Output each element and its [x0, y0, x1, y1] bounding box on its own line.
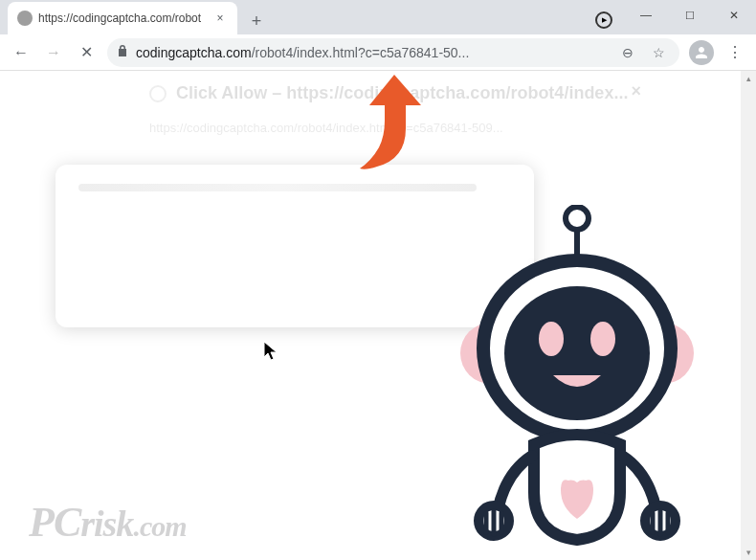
scroll-up-icon[interactable]: ▴ — [741, 71, 756, 86]
zoom-icon[interactable]: ⊖ — [616, 45, 639, 60]
browser-tab[interactable]: https://codingcaptcha.com/robot × — [8, 2, 237, 34]
svg-point-9 — [590, 322, 615, 356]
tab-close-button[interactable]: × — [212, 11, 228, 26]
bookmark-star-icon[interactable]: ☆ — [647, 45, 670, 60]
tabstrip-right — [595, 6, 612, 34]
url-domain: codingcaptcha.com — [136, 45, 252, 60]
url-path: /robot4/index.html?c=c5a76841-50... — [252, 45, 470, 60]
tab-title: https://codingcaptcha.com/robot — [38, 11, 207, 25]
new-tab-button[interactable]: + — [243, 8, 270, 34]
back-button[interactable]: ← — [6, 37, 36, 68]
robot-illustration — [438, 205, 716, 549]
minimize-button[interactable] — [624, 0, 668, 31]
stop-button[interactable]: ✕ — [71, 37, 101, 68]
svg-point-8 — [539, 322, 564, 356]
svg-point-7 — [504, 286, 650, 420]
placeholder-line — [78, 184, 477, 191]
watermark-com: .com — [133, 510, 186, 542]
profile-avatar[interactable] — [689, 40, 714, 65]
forward-button[interactable]: → — [38, 37, 69, 68]
window-controls — [624, 0, 756, 31]
tab-favicon — [17, 11, 33, 26]
toolbar: ← → ✕ codingcaptcha.com/robot4/index.htm… — [0, 34, 756, 71]
lock-icon — [117, 44, 128, 60]
watermark: PCrisk.com — [29, 498, 187, 547]
svg-point-1 — [566, 207, 589, 230]
vertical-scrollbar[interactable]: ▴ ▾ — [741, 71, 756, 560]
scroll-down-icon[interactable]: ▾ — [741, 545, 756, 560]
watermark-risk: risk — [80, 504, 133, 544]
arrow-annotation — [354, 73, 440, 182]
watermark-pc: PC — [29, 499, 80, 546]
menu-button[interactable]: ⋮ — [720, 43, 750, 61]
mouse-cursor-icon — [263, 341, 278, 367]
globe-icon — [149, 85, 167, 102]
ghost-close-icon: × — [631, 81, 641, 101]
media-control-icon[interactable] — [595, 11, 612, 29]
url-text: codingcaptcha.com/robot4/index.html?c=c5… — [136, 45, 609, 60]
address-bar[interactable]: codingcaptcha.com/robot4/index.html?c=c5… — [107, 38, 679, 67]
window-close-button[interactable] — [712, 0, 756, 31]
maximize-button[interactable] — [668, 0, 712, 31]
page-content: Click Allow – https://codingcaptcha.com/… — [0, 71, 756, 560]
